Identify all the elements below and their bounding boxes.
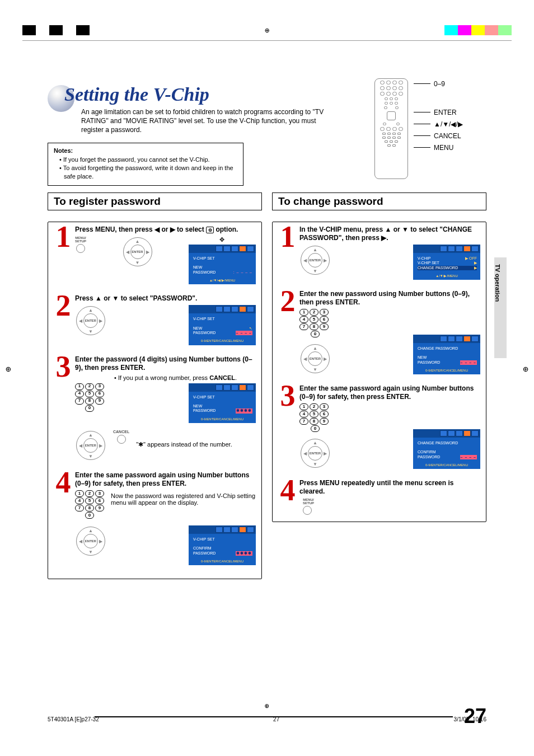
nav-pad-icon: ▲▼ ◀▶ ENTER — [75, 525, 106, 557]
step-number: 1 — [278, 226, 297, 287]
left-step-1: 1 Press MENU, then press ◀ or ▶ to selec… — [54, 226, 256, 291]
right-step-2: 2 Enter the new password using Number bu… — [278, 290, 480, 381]
osd-screen: V-CHIP SET NEW PASSWORD: – – – – ▲/▼/◀/▶… — [189, 245, 256, 284]
center-crop-mark: ⊕ — [265, 26, 269, 35]
move-icon: ✥ — [219, 236, 224, 243]
crop-mark-left: ⊕ — [6, 364, 11, 374]
keypad-icon: 123 456 789 0 — [299, 403, 331, 432]
left-step-2: 2 Press ▲ or ▼ to select "PASSWORD". ▲▼ … — [54, 294, 256, 351]
crop-marks-top: ⊕ — [0, 25, 534, 35]
step-subnote: "✱" appears instead of the number. — [136, 441, 256, 459]
step-number: 3 — [54, 355, 73, 468]
right-column: 1 In the V-CHIP menu, press ▲ or ▼ to se… — [272, 222, 486, 522]
page: ⊕ ⊕ ⊕ Setting the V-Chip An age limitati… — [0, 0, 534, 756]
menu-setup-button-icon: MENU/ SETUP — [75, 236, 86, 284]
step-head: Press ▲ or ▼ to select "PASSWORD". — [75, 294, 256, 303]
footer-right: 3/1/05, 10:16 — [454, 716, 486, 722]
step-number: 2 — [278, 290, 297, 381]
step-head: Enter the password (4 digits) using Numb… — [75, 355, 256, 372]
step-number: 3 — [278, 384, 297, 476]
step-head: Press MENU, then press ◀ or ▶ to select … — [75, 226, 256, 234]
nav-pad-icon: ▲▼ ◀▶ ENTER — [299, 343, 331, 374]
keypad-icon: 123 456 789 0 — [75, 490, 104, 519]
notes-title: Notes: — [54, 147, 237, 155]
osd-screen: V-CHIP SET NEW↖ PASSWORD– – – – 0-9/ENTE… — [189, 305, 256, 345]
remote-label-enter: ENTER — [434, 109, 457, 116]
left-column-title: To register password — [48, 192, 262, 210]
osd-screen: CHANGE PASSWORD CONFIRM PASSWORD– – – – … — [413, 429, 480, 469]
note-item: To avoid forgetting the password, write … — [59, 164, 237, 181]
header-rule — [22, 40, 512, 41]
intro-text: An age limitation can be set to forbid c… — [81, 107, 327, 135]
remote-label-menu: MENU — [434, 144, 453, 152]
bottom-crop-mark: ⊕ — [265, 702, 269, 710]
osd-screen: CHANGE PASSWORD NEW PASSWORD– – – – 0-9/… — [413, 335, 480, 374]
registration-bars-left — [22, 25, 90, 35]
nav-pad-icon: ▲▼ ◀▶ ENTER — [122, 236, 153, 267]
notes-box: Notes: If you forget the password, you c… — [48, 143, 243, 186]
remote-label-arrows: ▲/▼/◀/▶ — [434, 120, 463, 128]
nav-pad-icon: ▲▼ ◀▶ ENTER — [299, 245, 331, 276]
step-number: 4 — [278, 479, 297, 515]
footer-left: 5T40301A [E]p27-32 — [48, 716, 99, 722]
step-head: Enter the new password using Number butt… — [299, 290, 480, 307]
step-head: Press MENU repeatedly until the menu scr… — [299, 479, 480, 496]
heading-block: Setting the V-Chip An age limitation can… — [48, 84, 486, 135]
step-number: 2 — [54, 294, 73, 351]
section-tab-label: TV operation — [494, 257, 501, 358]
note-item: If you forget the password, you cannot s… — [59, 156, 237, 164]
crop-mark-right: ⊕ — [523, 364, 528, 374]
osd-screen: V-CHIP SET CONFIRM PASSWORD✱✱✱✱ 0-9/ENTE… — [189, 525, 256, 565]
columns: To register password 1 Press MENU, then … — [48, 192, 486, 579]
step-number: 1 — [54, 226, 73, 291]
right-column-title: To change password — [272, 192, 486, 210]
keypad-icon: 123 456 789 0 — [75, 383, 104, 423]
footer-center: 27 — [273, 716, 279, 722]
step-number: 4 — [54, 471, 73, 572]
osd-screen: V-CHIP SET NEW PASSWORD✱✱✱✱ 0-9/ENTER/CA… — [189, 383, 256, 423]
content-area: Setting the V-Chip An age limitation can… — [48, 84, 486, 706]
step-head: In the V-CHIP menu, press ▲ or ▼ to sele… — [299, 226, 480, 242]
osd-screen: V-CHIP▶ OFF V-CHIP SET▶ CHANGE PASSWORD▶… — [413, 245, 480, 280]
step-head: Enter the same password again using Numb… — [75, 471, 256, 488]
option-icon: ⚙ — [206, 227, 214, 233]
step-head: Enter the same password again using Numb… — [299, 384, 480, 401]
step-subnote: Now the password was registered and V-Ch… — [111, 492, 256, 506]
nav-pad-icon: ▲▼ ◀▶ ENTER — [75, 305, 106, 336]
nav-pad-icon: ▲▼ ◀▶ ENTER — [299, 438, 331, 469]
right-step-3: 3 Enter the same password again using Nu… — [278, 384, 480, 476]
step-subnote: • If you put a wrong number, press CANCE… — [114, 374, 256, 381]
right-step-1: 1 In the V-CHIP menu, press ▲ or ▼ to se… — [278, 226, 480, 287]
left-column: 1 Press MENU, then press ◀ or ▶ to selec… — [48, 222, 262, 579]
menu-setup-button-icon: MENU/ SETUP — [303, 498, 480, 515]
section-tab: TV operation — [494, 257, 507, 358]
cancel-button-icon: CANCEL — [113, 430, 129, 461]
nav-pad-icon: ▲▼ ◀▶ ENTER — [75, 430, 106, 461]
page-footer: 5T40301A [E]p27-32 27 3/1/05, 10:16 — [48, 716, 486, 722]
right-step-4: 4 Press MENU repeatedly until the menu s… — [278, 479, 480, 515]
left-step-4: 4 Enter the same password again using Nu… — [54, 471, 256, 572]
registration-bars-right — [444, 25, 512, 35]
page-title: Setting the V-Chip — [64, 84, 486, 105]
remote-label-cancel: CANCEL — [434, 132, 461, 140]
keypad-icon: 123 456 789 0 — [299, 309, 331, 337]
left-step-3: 3 Enter the password (4 digits) using Nu… — [54, 355, 256, 468]
